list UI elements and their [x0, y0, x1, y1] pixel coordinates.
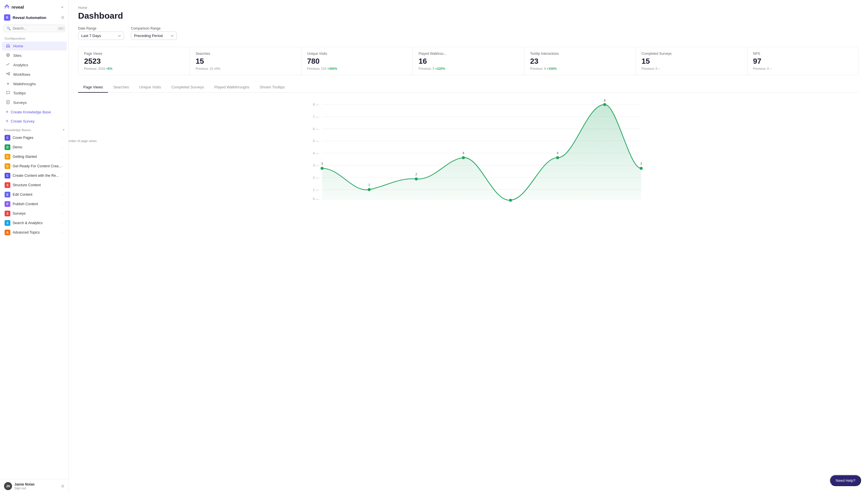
data-point [321, 167, 324, 170]
create-kb-button[interactable]: + Create Knowledge Base [2, 108, 67, 116]
svg-text:7 —: 7 — [313, 115, 319, 119]
kb-item-label: Get Ready For Content Crea... [13, 164, 61, 168]
kb-list-item[interactable]: C Create Content with the Re... › [2, 171, 67, 180]
kb-list-item[interactable]: D Demo › [2, 143, 67, 152]
sidebar-item-analytics-label: Analytics [13, 63, 28, 67]
kb-item-label: Publish Content [13, 202, 38, 206]
svg-text:3: 3 [321, 162, 323, 165]
svg-text:0: 0 [509, 201, 511, 202]
kb-badge: C [5, 135, 10, 141]
stat-label: NPS [753, 52, 853, 56]
sidebar-item-tooltips[interactable]: Tooltips [2, 89, 67, 98]
kb-list-item[interactable]: E Edit Content › [2, 190, 67, 199]
stat-label: Unique Visits [307, 52, 407, 56]
date-range-filter: Date Range Last 7 Days Last 30 Days Last… [78, 26, 124, 40]
chevron-down-icon: ▾ [63, 128, 65, 132]
data-point [556, 156, 559, 159]
svg-text:4 —: 4 — [313, 151, 319, 155]
kb-badge: E [5, 192, 10, 197]
search-box[interactable]: 🔍 ⌘K [3, 25, 65, 32]
chevron-right-icon: › [62, 174, 63, 177]
sidebar-item-home[interactable]: Home [2, 42, 67, 50]
kb-badge: S [5, 182, 10, 188]
svg-text:4: 4 [556, 151, 558, 155]
data-point [368, 188, 371, 191]
tab-completed-surveys[interactable]: Completed Surveys [166, 82, 209, 93]
date-range-label: Date Range [78, 26, 124, 30]
kb-item-left: C Cover Pages [5, 135, 33, 141]
workspace-settings-button[interactable]: ⚙ [61, 15, 65, 20]
kb-item-left: S Search & Analytics [5, 220, 42, 226]
kb-list-item[interactable]: P Publish Content › [2, 199, 67, 209]
kb-list-item[interactable]: C Cover Pages › [2, 133, 67, 142]
search-input[interactable] [13, 26, 56, 30]
create-kb-label: Create Knowledge Base [10, 110, 51, 114]
stat-card: Tooltip Interactions 23 Previous: 9 +156… [524, 47, 636, 75]
kb-section-header[interactable]: Knowledge Bases ▾ [0, 126, 69, 133]
kb-list-item[interactable]: A Advanced Topics › [2, 228, 67, 237]
kb-list-item[interactable]: G Get Ready For Content Crea... › [2, 162, 67, 171]
svg-text:5 —: 5 — [313, 139, 319, 143]
stat-label: Searches [195, 52, 295, 56]
sidebar-item-analytics[interactable]: Analytics [2, 61, 67, 69]
stat-change: ±0% [214, 67, 220, 70]
create-survey-button[interactable]: + Create Survey [2, 117, 67, 125]
chevron-right-icon: › [62, 184, 63, 187]
sidebar-item-walkthroughs[interactable]: ✦ Walkthroughs [2, 80, 67, 88]
user-info: JN Jamie Nolan Sign out [4, 482, 35, 490]
chart-svg: 8 — 7 — 6 — 5 — 4 — 3 — 2 — 1 — 0 — [95, 99, 859, 202]
svg-text:8: 8 [604, 99, 605, 102]
date-range-select[interactable]: Last 7 Days Last 30 Days Last 90 Days [78, 31, 124, 40]
kb-list-item[interactable]: S Surveys › [2, 209, 67, 218]
stat-prev: Previous: 2316 +6% [84, 67, 184, 70]
stat-prev: Previous: 9 +156% [530, 67, 630, 70]
logo-text: reveal [12, 5, 24, 9]
kb-item-label: Structure Content [13, 183, 41, 187]
need-help-button[interactable]: Need Help? [830, 475, 861, 486]
stat-label: Page Views [84, 52, 184, 56]
kb-item-left: D Demo [5, 144, 22, 150]
sites-icon [6, 53, 10, 58]
search-icon: 🔍 [6, 26, 11, 30]
kb-item-left: P Publish Content [5, 201, 38, 207]
sidebar-item-surveys[interactable]: Surveys [2, 98, 67, 107]
chevron-right-icon: › [62, 155, 63, 158]
kb-item-label: Getting Started [13, 155, 37, 159]
home-icon [6, 44, 10, 48]
data-point [603, 103, 606, 106]
svg-text:2 —: 2 — [313, 176, 319, 179]
user-settings-button[interactable]: ⚙ [61, 484, 65, 488]
svg-text:6 —: 6 — [313, 127, 319, 131]
svg-text:4: 4 [462, 151, 464, 155]
sidebar-item-workflows[interactable]: Workflows [2, 70, 67, 79]
plus-icon-2: + [6, 119, 8, 124]
tab-shown-tooltips[interactable]: Shown Tooltips [255, 82, 290, 93]
sidebar-collapse-button[interactable]: « [60, 4, 65, 10]
breadcrumb: Home [78, 0, 859, 11]
tab-unique-visits[interactable]: Unique Visits [134, 82, 166, 93]
stat-prev: Previous: 215 +360% [307, 67, 407, 70]
user-avatar: JN [4, 482, 12, 490]
kb-list-item[interactable]: G Getting Started › [2, 152, 67, 161]
stat-card: Searches 15 Previous: 15 ±0% [190, 47, 301, 75]
kb-list-item[interactable]: S Search & Analytics › [2, 218, 67, 228]
kb-list-item[interactable]: S Structure Content › [2, 180, 67, 190]
sidebar-item-surveys-label: Surveys [13, 101, 27, 105]
kb-item-left: G Get Ready For Content Crea... [5, 163, 61, 169]
stat-change: +220% [435, 67, 445, 70]
logo-area: reveal [4, 4, 24, 10]
svg-text:8 —: 8 — [313, 103, 319, 106]
sidebar-item-sites[interactable]: Sites [2, 51, 67, 60]
tab-played-walkthroughs[interactable]: Played Walkthroughs [209, 82, 254, 93]
stat-card: Completed Surveys 15 Previous: 0 -- [636, 47, 747, 75]
search-shortcut: ⌘K [58, 27, 65, 30]
svg-text:1 —: 1 — [313, 188, 319, 191]
stat-value: 16 [419, 57, 518, 66]
tab-page-views[interactable]: Page Views [78, 82, 108, 93]
user-signout-link[interactable]: Sign out [14, 487, 35, 490]
tab-searches[interactable]: Searches [108, 82, 134, 93]
page-title: Dashboard [78, 11, 859, 21]
workspace-row[interactable]: R Reveal Automation ⚙ [0, 13, 69, 22]
comparison-range-filter: Comparison Range Preceding Period Previo… [131, 26, 177, 40]
comparison-select[interactable]: Preceding Period Previous Year [131, 31, 177, 40]
